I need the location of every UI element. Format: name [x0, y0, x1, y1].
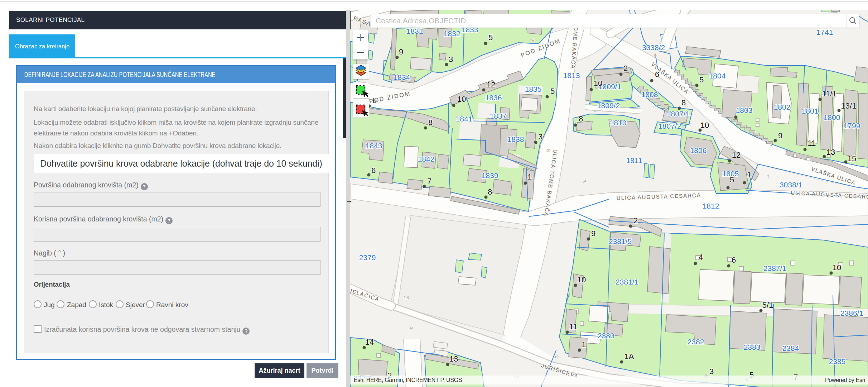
svg-text:1839: 1839	[482, 171, 498, 180]
svg-text:1811: 1811	[626, 156, 642, 164]
svg-text:5: 5	[699, 75, 704, 84]
svg-text:13/1: 13/1	[841, 101, 857, 110]
svg-text:8: 8	[681, 98, 686, 107]
svg-text:2381/1: 2381/1	[616, 278, 638, 286]
svg-text:1841: 1841	[456, 115, 473, 123]
svg-text:1813: 1813	[563, 71, 580, 80]
svg-text:9: 9	[399, 47, 403, 56]
svg-text:2385: 2385	[829, 357, 846, 366]
svg-text:9: 9	[778, 131, 782, 140]
svg-text:2386/1: 2386/1	[840, 309, 863, 317]
svg-text:10: 10	[457, 95, 466, 104]
svg-text:3038/2: 3038/2	[642, 43, 665, 52]
svg-text:11: 11	[808, 139, 816, 148]
svg-text:1810: 1810	[610, 119, 627, 127]
svg-text:10: 10	[577, 275, 586, 284]
svg-text:1802: 1802	[774, 103, 791, 111]
svg-text:5/1: 5/1	[762, 301, 773, 310]
svg-text:1804: 1804	[709, 72, 726, 80]
svg-text:5: 5	[546, 149, 551, 153]
svg-text:2: 2	[623, 64, 628, 73]
svg-text:6: 6	[732, 255, 736, 264]
svg-text:11/1: 11/1	[822, 89, 836, 98]
svg-text:1809/2: 1809/2	[597, 101, 620, 110]
svg-text:10: 10	[594, 79, 602, 88]
svg-text:1836: 1836	[485, 94, 502, 102]
svg-text:1834: 1834	[394, 73, 410, 81]
svg-text:1838: 1838	[507, 135, 524, 143]
svg-text:2379: 2379	[359, 253, 376, 262]
svg-text:1806: 1806	[690, 146, 707, 154]
svg-text:9: 9	[591, 229, 595, 238]
svg-text:1807/1: 1807/1	[667, 110, 690, 118]
svg-text:1808: 1808	[641, 90, 658, 99]
svg-text:12: 12	[487, 80, 495, 89]
svg-text:2387/1: 2387/1	[763, 264, 786, 272]
svg-text:5: 5	[550, 87, 555, 96]
svg-text:1807/2: 1807/2	[658, 122, 681, 130]
svg-text:13: 13	[449, 354, 458, 363]
svg-text:1812: 1812	[703, 202, 719, 210]
svg-text:10: 10	[833, 263, 841, 272]
svg-text:13: 13	[826, 148, 835, 157]
svg-text:10: 10	[700, 121, 709, 130]
svg-text:11: 11	[569, 322, 578, 331]
svg-text:8: 8	[488, 187, 492, 196]
svg-text:2: 2	[633, 216, 638, 225]
svg-text:1835: 1835	[525, 85, 542, 93]
svg-text:↑: ↑	[767, 172, 770, 180]
svg-text:1799: 1799	[844, 121, 860, 130]
svg-text:2381/5: 2381/5	[609, 237, 632, 245]
svg-text:3: 3	[538, 132, 542, 141]
svg-text:13: 13	[404, 295, 409, 300]
svg-text:6: 6	[371, 166, 376, 175]
svg-text:5: 5	[488, 33, 493, 42]
svg-text:1: 1	[747, 170, 751, 179]
svg-text:1842: 1842	[418, 155, 435, 163]
svg-text:5: 5	[730, 175, 734, 184]
svg-text:3: 3	[709, 367, 714, 376]
svg-text:1832: 1832	[444, 29, 460, 38]
svg-text:14: 14	[365, 338, 374, 347]
svg-text:1741: 1741	[816, 28, 833, 36]
svg-text:15: 15	[848, 154, 856, 163]
svg-text:2382: 2382	[688, 338, 704, 346]
svg-text:7: 7	[427, 177, 431, 186]
svg-text:1801: 1801	[802, 107, 819, 115]
svg-text:8: 8	[579, 114, 583, 123]
svg-text:1831: 1831	[406, 27, 423, 35]
svg-text:1800: 1800	[824, 113, 840, 121]
svg-text:12: 12	[732, 150, 741, 159]
svg-text:1803: 1803	[736, 106, 753, 114]
svg-text:2384: 2384	[782, 344, 799, 352]
svg-text:2380: 2380	[598, 331, 614, 340]
svg-text:8: 8	[428, 118, 433, 127]
svg-text:4: 4	[699, 253, 703, 262]
svg-text:1843: 1843	[366, 142, 382, 150]
svg-text:1: 1	[582, 340, 586, 349]
svg-text:2383: 2383	[744, 343, 761, 351]
svg-text:3: 3	[449, 55, 453, 64]
svg-text:1A: 1A	[625, 352, 634, 361]
svg-text:1837: 1837	[490, 112, 507, 120]
svg-text:3038/1: 3038/1	[780, 181, 802, 189]
svg-text:1: 1	[527, 172, 532, 181]
